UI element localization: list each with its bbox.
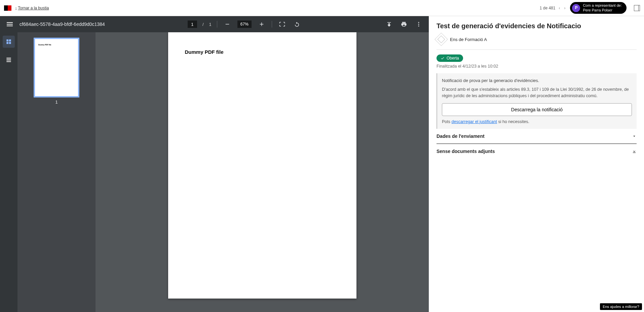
- pdf-siderail: [0, 32, 17, 312]
- org-name: Ens de Formació A: [450, 37, 487, 42]
- page-input[interactable]: [188, 21, 197, 28]
- receipt-suffix: si ho necessites.: [497, 119, 529, 124]
- receipt-prefix: Pots: [442, 119, 452, 124]
- print-icon[interactable]: [399, 20, 409, 29]
- pdf-viewer: cf684aec-5578-4aa9-bfdf-6edd9d0c1384 / 1…: [0, 16, 429, 312]
- section-shipment-data[interactable]: Dades de l'enviament: [437, 129, 637, 144]
- more-icon[interactable]: [414, 20, 423, 29]
- page-total: 1: [209, 22, 212, 27]
- avatar: P: [572, 4, 580, 12]
- receipt-line: Pots descarregar el justificant si ho ne…: [442, 119, 632, 124]
- panel-toggle-icon[interactable]: [634, 5, 640, 11]
- app-logo: [4, 5, 11, 11]
- section-attachments-label: Sense documents adjunts: [437, 149, 495, 154]
- thumbnail-panel: Dummy PDF file 1: [17, 32, 96, 312]
- details-panel: Test de generació d'evidencies de Notifi…: [429, 16, 644, 312]
- pdf-body: Dummy PDF file 1 Dummy PDF file: [0, 32, 429, 312]
- svg-point-1: [418, 24, 419, 25]
- section-attachments[interactable]: Sense documents adjunts: [437, 144, 637, 159]
- back-link-label: Tornar a la bustia: [18, 6, 49, 10]
- page-total-sep: /: [202, 22, 204, 27]
- notice-title: Notificació de prova per la generacio d'…: [442, 78, 632, 83]
- back-link[interactable]: ‹ Tornar a la bustia: [15, 6, 49, 10]
- pager-next[interactable]: ›: [563, 6, 566, 10]
- svg-point-0: [418, 22, 419, 23]
- thumbnail-1[interactable]: Dummy PDF file: [35, 39, 78, 96]
- user-line1: Com a representant de:: [583, 3, 622, 8]
- check-icon: [441, 56, 445, 60]
- main: cf684aec-5578-4aa9-bfdf-6edd9d0c1384 / 1…: [0, 16, 644, 312]
- thumbnail-label: 1: [55, 100, 58, 105]
- status-badge-label: Oberta: [447, 56, 459, 61]
- pdf-filename: cf684aec-5578-4aa9-bfdf-6edd9d0c1384: [20, 22, 105, 27]
- pdf-canvas[interactable]: Dummy PDF file: [96, 32, 429, 312]
- receipt-link[interactable]: descarregar el justificant: [452, 119, 497, 124]
- menu-icon[interactable]: [5, 21, 14, 28]
- section-shipment-label: Dades de l'enviament: [437, 133, 485, 139]
- divider: [437, 49, 637, 50]
- pager: 1 de 481 ‹ ›: [540, 6, 566, 10]
- thumbnail-text: Dummy PDF file: [38, 44, 51, 91]
- chevron-down-icon: [632, 134, 637, 139]
- outline-tab-icon[interactable]: [3, 54, 15, 66]
- pager-text: 1 de 481: [540, 6, 556, 10]
- details-title: Test de generació d'evidencies de Notifi…: [437, 22, 637, 30]
- thumbnails-tab-icon[interactable]: [3, 36, 15, 48]
- fit-page-button[interactable]: [277, 20, 287, 29]
- rotate-button[interactable]: [292, 20, 302, 29]
- zoom-out-button[interactable]: [223, 20, 232, 29]
- chevron-left-icon: ‹: [15, 6, 16, 10]
- timestamp: Finalitzada el 4/12/23 a les 10:02: [437, 64, 637, 69]
- pager-prev[interactable]: ‹: [558, 6, 561, 10]
- app-header: ‹ Tornar a la bustia 1 de 481 ‹ › P Com …: [0, 0, 644, 16]
- notice-body: D'acord amb el que s'estableix als artic…: [442, 86, 632, 99]
- avatar-initial: P: [575, 5, 577, 10]
- org-logo-icon: [434, 33, 448, 46]
- user-pill[interactable]: P Com a representant de: Pere Parra Pols…: [570, 2, 627, 13]
- download-icon[interactable]: [384, 20, 394, 29]
- user-line2: Pere Parra Polser: [583, 8, 622, 12]
- pdf-page: Dummy PDF file: [168, 32, 356, 299]
- pdf-toolbar: cf684aec-5578-4aa9-bfdf-6edd9d0c1384 / 1…: [0, 16, 429, 32]
- zoom-level[interactable]: 67%: [237, 21, 252, 28]
- org-row: Ens de Formació A: [437, 35, 637, 44]
- status-badge: Oberta: [437, 54, 463, 62]
- pdf-page-text: Dummy PDF file: [185, 49, 340, 55]
- feedback-button[interactable]: Ens ajudes a millorar?: [600, 303, 642, 310]
- zoom-in-button[interactable]: [257, 20, 266, 29]
- download-notification-button[interactable]: Descarrega la notificació: [442, 103, 632, 116]
- svg-point-2: [418, 26, 419, 27]
- download-small-icon: [632, 149, 637, 154]
- notice-box: Notificació de prova per la generacio d'…: [437, 73, 637, 129]
